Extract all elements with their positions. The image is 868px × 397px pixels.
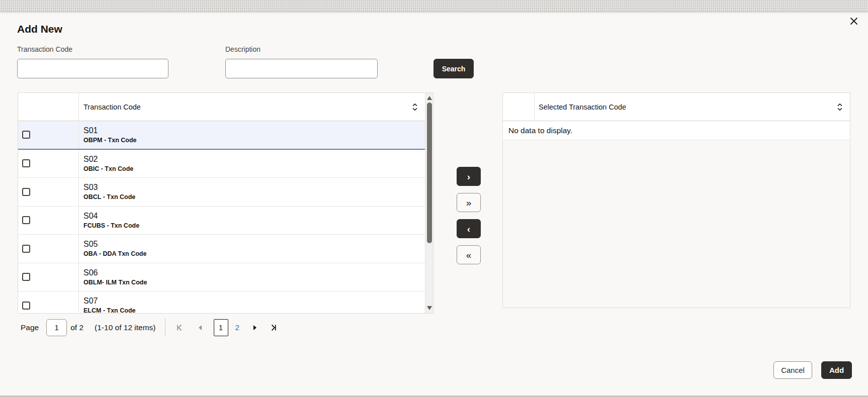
last-page-icon[interactable] [268,322,279,333]
items-count-label: (1-10 of 12 items) [95,323,155,332]
row-text: S04 FCUBS - Txn Code [79,211,139,230]
move-all-right-button[interactable]: » [457,193,481,212]
close-icon[interactable] [846,13,862,29]
row-text: S06 OBLM- ILM Txn Code [79,268,147,286]
transaction-code-value: S02 [83,154,133,164]
transaction-description: OBA - DDA Txn Code [83,250,146,258]
move-selected-right-button[interactable]: › [457,167,481,186]
select-column-header [18,93,79,121]
row-checkbox[interactable] [22,273,30,281]
scrollbar-thumb[interactable] [427,103,432,243]
description-input[interactable] [225,59,378,78]
transaction-code-value: S01 [83,126,137,136]
row-text: S07 ELCM - Txn Code [79,296,135,314]
scrollbar-down-icon[interactable] [427,306,432,310]
no-data-row: No data to display. [503,121,850,140]
selected-transactions-table: Selected Transaction Code No data to dis… [502,92,850,308]
row-checkbox[interactable] [22,245,30,253]
no-data-message: No data to display. [503,126,572,135]
pagination-bar: Page of 2 (1-10 of 12 items) 1 2 [21,319,279,336]
transaction-description: OBPM - Txn Code [83,136,137,144]
available-transactions-table: Transaction Code S01 OBPM - Txn Code S02… [18,92,433,314]
page-2-link[interactable]: 2 [235,323,240,332]
row-checkbox-cell [18,150,79,178]
transaction-description: FCUBS - Txn Code [83,222,139,230]
move-selected-left-button[interactable]: ‹ [457,219,481,238]
transaction-code-value: S06 [83,268,147,278]
transaction-description: OBLM- ILM Txn Code [83,278,147,286]
move-all-left-button[interactable]: « [457,245,481,264]
row-checkbox[interactable] [22,216,30,224]
table-row[interactable]: S06 OBLM- ILM Txn Code [18,263,425,292]
table-row[interactable]: S01 OBPM - Txn Code [18,121,425,150]
table-row[interactable]: S02 OBIC - Txn Code [18,150,425,178]
available-table-content: Transaction Code S01 OBPM - Txn Code S02… [18,93,425,313]
dialog-title: Add New [17,23,62,35]
transaction-code-value: S07 [83,296,135,306]
available-table-header-row: Transaction Code [18,93,425,121]
transaction-description: ELCM - Txn Code [83,307,135,314]
row-checkbox-cell [18,291,79,314]
sort-icon[interactable] [837,103,843,111]
row-text: S05 OBA - DDA Txn Code [79,239,146,258]
row-checkbox-cell [18,207,79,235]
current-page-button[interactable]: 1 [214,319,228,336]
transaction-description: OBIC - Txn Code [83,165,133,173]
scrollbar-up-icon[interactable] [427,96,432,100]
page-number-input[interactable] [46,319,67,336]
page-label: Page [21,323,39,332]
table-scrollbar[interactable] [425,93,433,313]
transaction-code-label: Transaction Code [17,45,72,53]
transaction-code-value: S05 [83,239,146,249]
add-button[interactable]: Add [821,361,852,379]
row-text: S01 OBPM - Txn Code [79,126,137,144]
pagination-divider [165,319,165,337]
row-checkbox-cell [18,121,79,149]
row-checkbox[interactable] [22,131,30,139]
add-new-dialog: Add New Transaction Code Description Sea… [0,0,868,397]
row-text: S03 OBCL - Txn Code [79,182,135,201]
transaction-code-value: S04 [83,211,139,221]
selected-table-header-row: Selected Transaction Code [503,93,850,121]
row-checkbox-cell [18,263,79,291]
transfer-controls: › » ‹ « [457,167,481,264]
table-row[interactable]: S04 FCUBS - Txn Code [18,207,425,235]
background-page-band [0,0,868,12]
row-checkbox[interactable] [22,302,30,310]
row-checkbox-cell [18,178,79,206]
cancel-button[interactable]: Cancel [773,361,812,379]
table-row[interactable]: S07 ELCM - Txn Code [18,291,425,314]
row-text: S02 OBIC - Txn Code [79,154,133,173]
page-of-label: of 2 [70,323,83,332]
selected-transaction-code-column-header: Selected Transaction Code [535,103,626,111]
previous-page-icon[interactable] [195,322,206,333]
table-row[interactable]: S03 OBCL - Txn Code [18,178,425,207]
transaction-code-input[interactable] [17,59,168,78]
transaction-code-column-header: Transaction Code [79,103,141,111]
select-column-header [503,93,535,121]
description-label: Description [225,45,261,53]
search-button[interactable]: Search [433,59,474,78]
row-checkbox[interactable] [22,159,30,167]
transaction-description: OBCL - Txn Code [83,193,135,201]
row-checkbox-cell [18,235,79,263]
first-page-icon[interactable] [175,322,186,333]
next-page-icon[interactable] [249,322,261,333]
transaction-code-value: S03 [83,182,135,192]
sort-icon[interactable] [412,103,418,111]
table-row[interactable]: S05 OBA - DDA Txn Code [18,235,425,263]
row-checkbox[interactable] [22,188,30,196]
